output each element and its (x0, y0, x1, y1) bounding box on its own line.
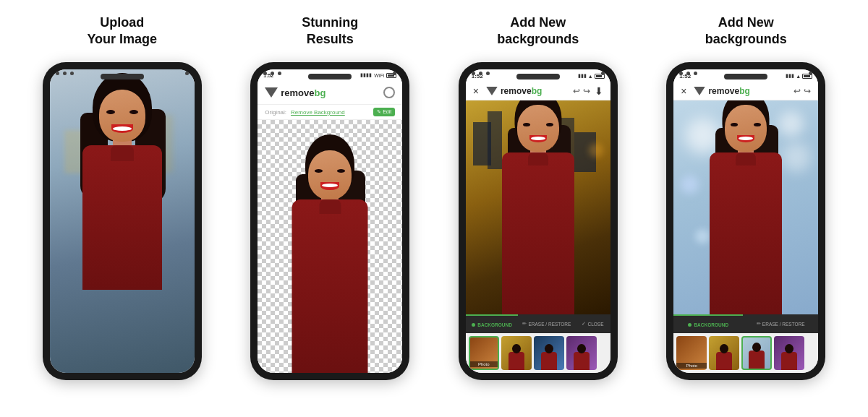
download-btn-3[interactable]: ⬇ (595, 85, 603, 97)
column-results: StunningResults 1:52 ▮▮▮▮ WiFi (230, 14, 431, 380)
eye-right-3 (546, 123, 553, 126)
photo-bg (50, 69, 195, 373)
title-results: StunningResults (302, 14, 358, 51)
logo-triangle-4 (694, 87, 705, 95)
thumbnails-4: Photo (673, 333, 818, 373)
phone-dots-4 (679, 72, 697, 75)
phone-dot-6 (278, 72, 281, 75)
tab-dot-4 (688, 323, 692, 327)
app-logo-3: removebg (486, 86, 542, 96)
phone-dot-9 (486, 72, 490, 75)
close-button-3[interactable]: × (473, 85, 479, 97)
phone-dot-3 (70, 72, 74, 75)
phone-results: 1:52 ▮▮▮▮ WiFi (250, 62, 409, 380)
phone-dot-2 (63, 72, 67, 75)
collar-3 (528, 152, 548, 165)
tab-erase-3[interactable]: ✏ ERASE / RESTORE (518, 314, 575, 333)
tab-bg-label-4: BACKGROUND (694, 322, 728, 327)
thumbnails-3: Photo (466, 333, 610, 373)
thumb-body-4-4 (781, 352, 797, 370)
woman-mouth (111, 124, 133, 133)
tab-erase-label-3: ERASE / RESTORE (528, 322, 571, 327)
face-3 (517, 105, 559, 152)
woman-teeth (113, 126, 132, 131)
undo-btn-3[interactable]: ↩ (573, 86, 580, 96)
thumb-person-2-3 (508, 343, 525, 370)
thumb-2-4[interactable] (709, 336, 739, 370)
phone-dot-5 (271, 72, 274, 75)
phone-dot-11 (686, 72, 690, 75)
tab-close-3[interactable]: ✓ CLOSE (575, 314, 610, 333)
cutout-eye-right (337, 169, 345, 173)
cutout-mouth (320, 182, 339, 190)
thumb-body-4-3 (574, 352, 590, 370)
cutout-figure (276, 127, 384, 373)
logo-triangle-3 (486, 87, 498, 95)
tab-background-3[interactable]: BACKGROUND (466, 314, 519, 333)
woman-collar (111, 145, 134, 161)
cutout-body (292, 199, 368, 373)
redo-btn-3[interactable]: ↪ (583, 86, 590, 96)
thumb-person-3-3 (540, 343, 558, 370)
bottom-tabs-4: BACKGROUND ✏ ERASE / RESTORE (673, 314, 818, 333)
tab-erase-icon-3: ✏ (522, 321, 527, 327)
thumb-3-3[interactable] (534, 336, 564, 370)
main-image-4 (673, 100, 818, 314)
phone-screen-upload (50, 69, 195, 373)
thumb-head-2-4 (720, 344, 728, 353)
signal-2: ▮▮▮▮ (360, 72, 372, 78)
tab-erase-label-4: ERASE / RESTORE (762, 322, 805, 327)
woman-body (82, 145, 162, 290)
thumb-person-4-3 (573, 343, 590, 370)
cutout-collar (319, 199, 341, 214)
eye-right-4 (754, 123, 761, 126)
thumb-head-2-3 (512, 344, 521, 353)
svg-marker-2 (694, 87, 705, 95)
cutout-face (308, 150, 352, 199)
app-bg-cool-content: 1:52 ▮▮▮ ▲ × rem (673, 69, 818, 373)
signal-3: ▮▮▮ (578, 73, 587, 79)
close-button-4[interactable]: × (681, 85, 686, 97)
phone-dots-left (56, 72, 74, 75)
app-logo-4: removebg (694, 86, 749, 96)
title-bg-cool: Add Newbackgrounds (705, 14, 787, 51)
thumb-1-3[interactable]: Photo (469, 336, 499, 370)
phone-dot-4 (263, 72, 267, 75)
app-header-3: × removebg ↩ ↪ ⬇ (466, 82, 610, 100)
user-icon-results (383, 87, 395, 98)
thumb-head-4-3 (577, 344, 586, 353)
thumb-body-3-4 (749, 351, 765, 369)
thumb-4-4[interactable] (774, 336, 804, 370)
phone-dot-7 (472, 72, 475, 75)
thumb-2-3[interactable] (501, 336, 532, 370)
thumb-label-1-3: Photo (470, 361, 498, 367)
edit-button[interactable]: ✎ Edit (373, 108, 395, 116)
remove-bg-link: Remove Background (291, 109, 345, 116)
app-header-results: removebg (258, 81, 402, 105)
body-4 (710, 152, 782, 314)
title-upload: UploadYour Image (87, 14, 157, 51)
redo-btn-4[interactable]: ↪ (804, 86, 811, 96)
mouth-4 (737, 135, 754, 142)
teeth-4 (739, 137, 753, 140)
woman-eye-right (129, 110, 138, 114)
tab-background-4[interactable]: BACKGROUND (673, 314, 743, 333)
original-label: Original: (265, 109, 286, 116)
woman-eye-left (106, 110, 115, 114)
thumb-person-3-4 (748, 341, 765, 369)
logo-text-results: removebg (281, 87, 326, 98)
tab-dot-3 (472, 323, 475, 327)
phone-dot-12 (694, 72, 697, 75)
result-image-area (258, 120, 402, 373)
tab-erase-4[interactable]: ✏ ERASE / RESTORE (743, 314, 818, 333)
thumb-3-4[interactable] (741, 336, 772, 370)
column-bg-warm: Add Newbackgrounds 1:52 ▮▮▮ ▲ (438, 14, 639, 380)
svg-marker-1 (486, 87, 497, 95)
phone-camera (185, 72, 189, 75)
thumb-4-3[interactable] (566, 336, 597, 370)
eye-left-4 (731, 123, 738, 126)
tab-close-icon-3: ✓ (582, 321, 586, 327)
undo-btn-4[interactable]: ↩ (793, 86, 801, 96)
thumb-1-4[interactable]: Photo (676, 336, 707, 370)
main-container: UploadYour Image (0, 0, 868, 395)
